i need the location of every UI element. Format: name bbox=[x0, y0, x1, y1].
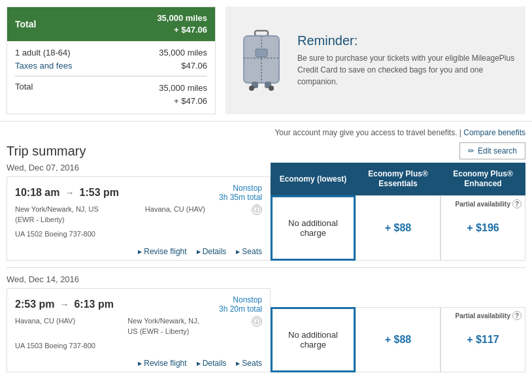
outbound-flight-times: 10:18 am → 1:53 pm Nonstop 3h 35m total bbox=[15, 184, 262, 202]
return-partial-avail: Partial availability ? bbox=[456, 311, 522, 320]
price-summary-header: Total 35,000 miles + $47.06 bbox=[7, 7, 215, 41]
return-enhanced-cell[interactable]: Partial availability ? + $117 bbox=[441, 307, 525, 372]
outbound-from: New York/Newark, NJ, US(EWR - Liberty) bbox=[15, 204, 99, 225]
adult-row: 1 adult (18-64) 35,000 miles bbox=[15, 48, 207, 57]
taxes-row: Taxes and fees $47.06 bbox=[15, 61, 207, 71]
return-economy-cell[interactable]: No additional charge bbox=[271, 307, 356, 372]
outbound-flight-number: UA 1502 Boeing 737-800 bbox=[15, 230, 95, 238]
return-essentials-col: Economy Plus® Essentials + $88 bbox=[356, 274, 441, 372]
economy-header: Economy (lowest) bbox=[271, 163, 356, 195]
trip-header: Trip summary ✏ Edit search bbox=[7, 142, 525, 159]
reminder-text: Reminder: Be sure to purchase your ticke… bbox=[297, 33, 516, 88]
return-seats-link[interactable]: Seats bbox=[236, 359, 262, 368]
top-section: Total 35,000 miles + $47.06 1 adult (18-… bbox=[0, 0, 532, 122]
return-date: Wed, Dec 14, 2016 bbox=[7, 274, 271, 284]
outbound-details-link[interactable]: Details bbox=[197, 247, 227, 256]
return-info-icon[interactable]: ⓘ bbox=[252, 316, 262, 327]
return-essentials-cell[interactable]: + $88 bbox=[356, 307, 441, 372]
return-flight-times: 2:53 pm → 6:13 pm Nonstop 3h 20m total bbox=[15, 295, 262, 314]
outbound-arrow-icon: → bbox=[65, 188, 75, 198]
return-flight-section: Wed, Dec 14, 2016 2:53 pm → 6:13 pm Nons… bbox=[7, 274, 525, 372]
price-total-row: Total 35,000 miles + $47.06 bbox=[15, 82, 207, 107]
return-flight-number: UA 1503 Boeing 737-800 bbox=[15, 342, 95, 350]
outbound-essentials-cell[interactable]: + $88 bbox=[356, 195, 441, 261]
return-enhanced-col: Economy Plus® Enhanced Partial availabil… bbox=[441, 274, 525, 372]
outbound-revise-link[interactable]: Revise flight bbox=[138, 247, 186, 256]
outbound-flight-actions: Revise flight Details Seats bbox=[15, 244, 262, 256]
outbound-nonstop: Nonstop 3h 35m total bbox=[124, 184, 262, 202]
return-flight-actions: Revise flight Details Seats bbox=[15, 355, 262, 368]
edit-icon: ✏ bbox=[468, 146, 474, 155]
return-partial-help-icon[interactable]: ? bbox=[512, 311, 522, 320]
outbound-date: Wed, Dec 07, 2016 bbox=[7, 163, 271, 172]
return-upgrade-cols: Economy (lowest) No additional charge Ec… bbox=[271, 274, 525, 372]
return-arrow-icon: → bbox=[59, 299, 69, 310]
return-flight-card: 2:53 pm → 6:13 pm Nonstop 3h 20m total H… bbox=[7, 288, 271, 372]
return-nonstop: Nonstop 3h 20m total bbox=[119, 295, 262, 314]
svg-point-6 bbox=[249, 86, 254, 91]
return-locations: Havana, CU (HAV) New York/Newark, NJ,US … bbox=[15, 316, 262, 336]
return-arrive-time: 6:13 pm bbox=[74, 299, 113, 310]
economy-plus-enhanced-header: Economy Plus® Enhanced bbox=[441, 163, 525, 195]
section-divider bbox=[7, 267, 525, 268]
compare-benefits-link[interactable]: Compare benefits bbox=[463, 128, 525, 137]
outbound-locations: New York/Newark, NJ, US(EWR - Liberty) H… bbox=[15, 204, 262, 225]
price-divider bbox=[15, 76, 207, 76]
return-from: Havana, CU (HAV) bbox=[15, 316, 75, 326]
outbound-depart-time: 10:18 am bbox=[15, 187, 60, 199]
economy-plus-essentials-header: Economy Plus® Essentials bbox=[356, 163, 441, 195]
outbound-flight-info: Wed, Dec 07, 2016 10:18 am → 1:53 pm Non… bbox=[7, 163, 271, 261]
outbound-partial-avail: Partial availability ? bbox=[456, 199, 522, 208]
return-economy-col: Economy (lowest) No additional charge bbox=[271, 274, 356, 372]
outbound-to: Havana, CU (HAV) bbox=[145, 204, 205, 214]
price-summary-body: 1 adult (18-64) 35,000 miles Taxes and f… bbox=[7, 41, 215, 114]
outbound-economy-cell[interactable]: No additional charge bbox=[271, 195, 356, 261]
return-to: New York/Newark, NJ,US (EWR - Liberty) bbox=[127, 316, 199, 336]
return-flight-info: Wed, Dec 14, 2016 2:53 pm → 6:13 pm Nons… bbox=[7, 274, 271, 372]
outbound-upgrade-cols: Economy (lowest) No additional charge Ec… bbox=[271, 163, 525, 261]
outbound-enhanced-cell[interactable]: Partial availability ? + $196 bbox=[441, 195, 525, 261]
economy-col: Economy (lowest) No additional charge bbox=[271, 163, 356, 261]
outbound-arrive-time: 1:53 pm bbox=[80, 187, 119, 199]
main-content: Your account may give you access to trav… bbox=[0, 122, 532, 385]
total-label: Total bbox=[15, 19, 36, 29]
outbound-flight-section: Wed, Dec 07, 2016 10:18 am → 1:53 pm Non… bbox=[7, 163, 525, 261]
benefits-bar: Your account may give you access to trav… bbox=[7, 128, 525, 137]
outbound-grid: Wed, Dec 07, 2016 10:18 am → 1:53 pm Non… bbox=[7, 163, 525, 261]
reminder-body: Be sure to purchase your tickets with yo… bbox=[297, 52, 516, 88]
outbound-partial-help-icon[interactable]: ? bbox=[512, 199, 522, 208]
svg-rect-8 bbox=[256, 49, 267, 57]
outbound-flight-card: 10:18 am → 1:53 pm Nonstop 3h 35m total … bbox=[7, 176, 271, 261]
svg-point-7 bbox=[269, 86, 274, 91]
total-amount: 35,000 miles + $47.06 bbox=[157, 12, 207, 36]
suitcase-image bbox=[235, 29, 288, 91]
trip-title: Trip summary bbox=[7, 144, 86, 159]
return-grid: Wed, Dec 14, 2016 2:53 pm → 6:13 pm Nons… bbox=[7, 274, 525, 372]
outbound-info-icon[interactable]: ⓘ bbox=[252, 204, 262, 215]
edit-search-button[interactable]: ✏ Edit search bbox=[459, 142, 525, 159]
outbound-seats-link[interactable]: Seats bbox=[236, 247, 262, 256]
taxes-link[interactable]: Taxes and fees bbox=[15, 61, 72, 71]
price-summary: Total 35,000 miles + $47.06 1 adult (18-… bbox=[7, 7, 216, 114]
reminder-box: Reminder: Be sure to purchase your ticke… bbox=[225, 7, 525, 114]
economy-plus-enhanced-col: Economy Plus® Enhanced Partial availabil… bbox=[441, 163, 525, 261]
reminder-title: Reminder: bbox=[297, 33, 516, 48]
return-details-link[interactable]: Details bbox=[197, 359, 227, 368]
return-depart-time: 2:53 pm bbox=[15, 299, 54, 310]
economy-plus-essentials-col: Economy Plus® Essentials + $88 bbox=[356, 163, 441, 261]
return-revise-link[interactable]: Revise flight bbox=[138, 359, 186, 368]
svg-rect-0 bbox=[255, 31, 268, 36]
